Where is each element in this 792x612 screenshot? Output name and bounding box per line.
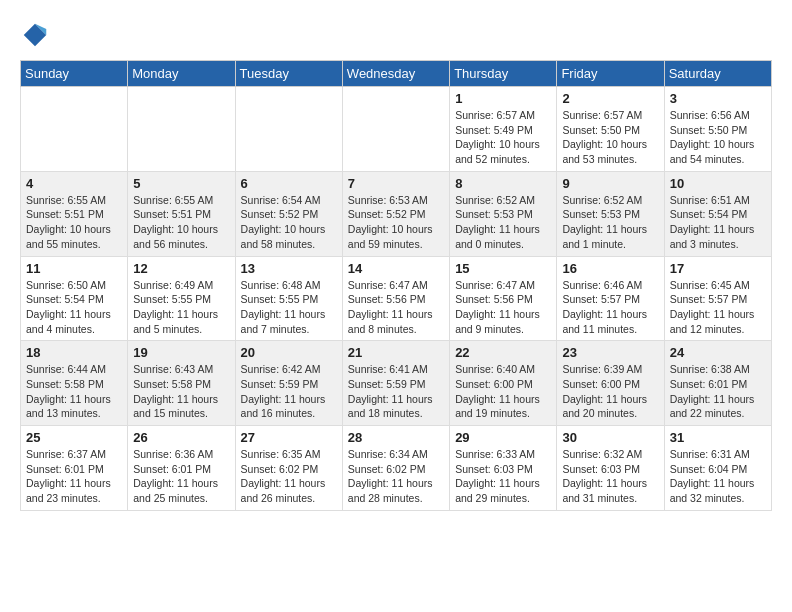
day-info: Sunrise: 6:32 AM Sunset: 6:03 PM Dayligh… bbox=[562, 447, 658, 506]
day-info: Sunrise: 6:31 AM Sunset: 6:04 PM Dayligh… bbox=[670, 447, 766, 506]
day-number: 2 bbox=[562, 91, 658, 106]
day-info: Sunrise: 6:45 AM Sunset: 5:57 PM Dayligh… bbox=[670, 278, 766, 337]
day-number: 1 bbox=[455, 91, 551, 106]
day-info: Sunrise: 6:52 AM Sunset: 5:53 PM Dayligh… bbox=[562, 193, 658, 252]
calendar-cell: 15Sunrise: 6:47 AM Sunset: 5:56 PM Dayli… bbox=[450, 256, 557, 341]
calendar-cell: 23Sunrise: 6:39 AM Sunset: 6:00 PM Dayli… bbox=[557, 341, 664, 426]
calendar-cell: 9Sunrise: 6:52 AM Sunset: 5:53 PM Daylig… bbox=[557, 171, 664, 256]
day-number: 19 bbox=[133, 345, 229, 360]
day-info: Sunrise: 6:46 AM Sunset: 5:57 PM Dayligh… bbox=[562, 278, 658, 337]
calendar-cell bbox=[128, 87, 235, 172]
day-info: Sunrise: 6:55 AM Sunset: 5:51 PM Dayligh… bbox=[133, 193, 229, 252]
day-info: Sunrise: 6:47 AM Sunset: 5:56 PM Dayligh… bbox=[455, 278, 551, 337]
calendar-cell bbox=[235, 87, 342, 172]
day-info: Sunrise: 6:57 AM Sunset: 5:49 PM Dayligh… bbox=[455, 108, 551, 167]
svg-marker-0 bbox=[24, 24, 47, 47]
day-number: 21 bbox=[348, 345, 444, 360]
day-info: Sunrise: 6:54 AM Sunset: 5:52 PM Dayligh… bbox=[241, 193, 337, 252]
day-number: 17 bbox=[670, 261, 766, 276]
day-info: Sunrise: 6:44 AM Sunset: 5:58 PM Dayligh… bbox=[26, 362, 122, 421]
day-number: 9 bbox=[562, 176, 658, 191]
logo-icon bbox=[20, 20, 50, 50]
day-number: 20 bbox=[241, 345, 337, 360]
day-info: Sunrise: 6:42 AM Sunset: 5:59 PM Dayligh… bbox=[241, 362, 337, 421]
calendar-cell: 11Sunrise: 6:50 AM Sunset: 5:54 PM Dayli… bbox=[21, 256, 128, 341]
day-number: 28 bbox=[348, 430, 444, 445]
calendar-cell: 6Sunrise: 6:54 AM Sunset: 5:52 PM Daylig… bbox=[235, 171, 342, 256]
col-monday: Monday bbox=[128, 61, 235, 87]
day-info: Sunrise: 6:57 AM Sunset: 5:50 PM Dayligh… bbox=[562, 108, 658, 167]
calendar-week-row: 1Sunrise: 6:57 AM Sunset: 5:49 PM Daylig… bbox=[21, 87, 772, 172]
day-info: Sunrise: 6:48 AM Sunset: 5:55 PM Dayligh… bbox=[241, 278, 337, 337]
day-info: Sunrise: 6:34 AM Sunset: 6:02 PM Dayligh… bbox=[348, 447, 444, 506]
calendar-cell: 28Sunrise: 6:34 AM Sunset: 6:02 PM Dayli… bbox=[342, 426, 449, 511]
calendar-week-row: 11Sunrise: 6:50 AM Sunset: 5:54 PM Dayli… bbox=[21, 256, 772, 341]
weekday-header-row: Sunday Monday Tuesday Wednesday Thursday… bbox=[21, 61, 772, 87]
day-info: Sunrise: 6:38 AM Sunset: 6:01 PM Dayligh… bbox=[670, 362, 766, 421]
day-number: 27 bbox=[241, 430, 337, 445]
calendar-cell: 3Sunrise: 6:56 AM Sunset: 5:50 PM Daylig… bbox=[664, 87, 771, 172]
calendar-cell: 19Sunrise: 6:43 AM Sunset: 5:58 PM Dayli… bbox=[128, 341, 235, 426]
calendar-cell: 25Sunrise: 6:37 AM Sunset: 6:01 PM Dayli… bbox=[21, 426, 128, 511]
day-number: 3 bbox=[670, 91, 766, 106]
day-number: 10 bbox=[670, 176, 766, 191]
calendar-cell: 13Sunrise: 6:48 AM Sunset: 5:55 PM Dayli… bbox=[235, 256, 342, 341]
day-info: Sunrise: 6:43 AM Sunset: 5:58 PM Dayligh… bbox=[133, 362, 229, 421]
col-sunday: Sunday bbox=[21, 61, 128, 87]
day-info: Sunrise: 6:51 AM Sunset: 5:54 PM Dayligh… bbox=[670, 193, 766, 252]
day-number: 4 bbox=[26, 176, 122, 191]
day-number: 14 bbox=[348, 261, 444, 276]
calendar-cell: 24Sunrise: 6:38 AM Sunset: 6:01 PM Dayli… bbox=[664, 341, 771, 426]
calendar-cell: 22Sunrise: 6:40 AM Sunset: 6:00 PM Dayli… bbox=[450, 341, 557, 426]
calendar-cell: 26Sunrise: 6:36 AM Sunset: 6:01 PM Dayli… bbox=[128, 426, 235, 511]
day-info: Sunrise: 6:49 AM Sunset: 5:55 PM Dayligh… bbox=[133, 278, 229, 337]
day-info: Sunrise: 6:35 AM Sunset: 6:02 PM Dayligh… bbox=[241, 447, 337, 506]
day-info: Sunrise: 6:36 AM Sunset: 6:01 PM Dayligh… bbox=[133, 447, 229, 506]
col-thursday: Thursday bbox=[450, 61, 557, 87]
col-friday: Friday bbox=[557, 61, 664, 87]
day-number: 15 bbox=[455, 261, 551, 276]
calendar-cell: 5Sunrise: 6:55 AM Sunset: 5:51 PM Daylig… bbox=[128, 171, 235, 256]
calendar-cell bbox=[21, 87, 128, 172]
day-info: Sunrise: 6:52 AM Sunset: 5:53 PM Dayligh… bbox=[455, 193, 551, 252]
day-number: 25 bbox=[26, 430, 122, 445]
calendar-cell: 20Sunrise: 6:42 AM Sunset: 5:59 PM Dayli… bbox=[235, 341, 342, 426]
day-number: 26 bbox=[133, 430, 229, 445]
col-tuesday: Tuesday bbox=[235, 61, 342, 87]
logo bbox=[20, 20, 54, 50]
calendar-cell: 14Sunrise: 6:47 AM Sunset: 5:56 PM Dayli… bbox=[342, 256, 449, 341]
day-number: 11 bbox=[26, 261, 122, 276]
calendar-cell: 21Sunrise: 6:41 AM Sunset: 5:59 PM Dayli… bbox=[342, 341, 449, 426]
calendar-cell: 30Sunrise: 6:32 AM Sunset: 6:03 PM Dayli… bbox=[557, 426, 664, 511]
calendar-table: Sunday Monday Tuesday Wednesday Thursday… bbox=[20, 60, 772, 511]
calendar-week-row: 18Sunrise: 6:44 AM Sunset: 5:58 PM Dayli… bbox=[21, 341, 772, 426]
calendar-cell bbox=[342, 87, 449, 172]
day-number: 13 bbox=[241, 261, 337, 276]
calendar-cell: 1Sunrise: 6:57 AM Sunset: 5:49 PM Daylig… bbox=[450, 87, 557, 172]
calendar-cell: 31Sunrise: 6:31 AM Sunset: 6:04 PM Dayli… bbox=[664, 426, 771, 511]
day-number: 5 bbox=[133, 176, 229, 191]
calendar-cell: 16Sunrise: 6:46 AM Sunset: 5:57 PM Dayli… bbox=[557, 256, 664, 341]
day-info: Sunrise: 6:50 AM Sunset: 5:54 PM Dayligh… bbox=[26, 278, 122, 337]
day-number: 24 bbox=[670, 345, 766, 360]
day-number: 29 bbox=[455, 430, 551, 445]
calendar-cell: 17Sunrise: 6:45 AM Sunset: 5:57 PM Dayli… bbox=[664, 256, 771, 341]
calendar-cell: 27Sunrise: 6:35 AM Sunset: 6:02 PM Dayli… bbox=[235, 426, 342, 511]
day-info: Sunrise: 6:47 AM Sunset: 5:56 PM Dayligh… bbox=[348, 278, 444, 337]
day-info: Sunrise: 6:55 AM Sunset: 5:51 PM Dayligh… bbox=[26, 193, 122, 252]
day-info: Sunrise: 6:53 AM Sunset: 5:52 PM Dayligh… bbox=[348, 193, 444, 252]
day-number: 30 bbox=[562, 430, 658, 445]
col-saturday: Saturday bbox=[664, 61, 771, 87]
day-number: 8 bbox=[455, 176, 551, 191]
calendar-cell: 7Sunrise: 6:53 AM Sunset: 5:52 PM Daylig… bbox=[342, 171, 449, 256]
day-number: 7 bbox=[348, 176, 444, 191]
calendar-cell: 10Sunrise: 6:51 AM Sunset: 5:54 PM Dayli… bbox=[664, 171, 771, 256]
calendar-cell: 8Sunrise: 6:52 AM Sunset: 5:53 PM Daylig… bbox=[450, 171, 557, 256]
day-number: 31 bbox=[670, 430, 766, 445]
day-number: 16 bbox=[562, 261, 658, 276]
calendar-cell: 4Sunrise: 6:55 AM Sunset: 5:51 PM Daylig… bbox=[21, 171, 128, 256]
day-info: Sunrise: 6:40 AM Sunset: 6:00 PM Dayligh… bbox=[455, 362, 551, 421]
day-info: Sunrise: 6:37 AM Sunset: 6:01 PM Dayligh… bbox=[26, 447, 122, 506]
day-number: 22 bbox=[455, 345, 551, 360]
calendar-week-row: 4Sunrise: 6:55 AM Sunset: 5:51 PM Daylig… bbox=[21, 171, 772, 256]
